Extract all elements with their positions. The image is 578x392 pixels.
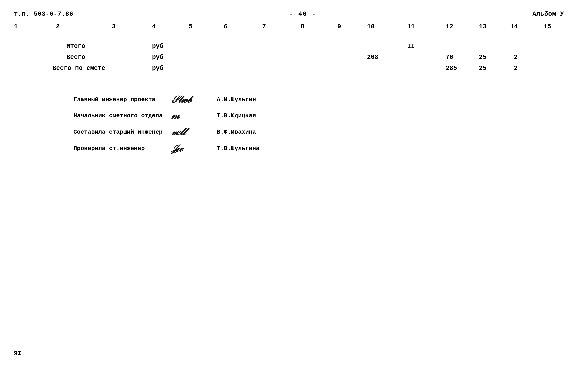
vsego-row: Всего руб 208 76 25 2 — [14, 52, 564, 62]
vsego-col12: 76 — [446, 54, 453, 61]
col-num-11: 11 — [407, 23, 415, 30]
composed-label: Составила старший инженер — [73, 129, 171, 135]
chief-engineer-row: Главный инженер проекта 𝒮𝓁𝓌𝒷 А.И.Шульгин — [73, 94, 564, 105]
checked-signature: 𝒥𝓌 — [171, 143, 215, 154]
vsego-col14: 2 — [514, 54, 518, 61]
vsego-unit: руб — [152, 54, 163, 61]
vsego-smeta-col13: 25 — [479, 65, 486, 72]
itogo-unit: руб — [152, 43, 163, 50]
signatures-section: Главный инженер проекта 𝒮𝓁𝓌𝒷 А.И.Шульгин… — [73, 94, 564, 154]
col-num-8: 8 — [301, 23, 304, 30]
checked-row: Проверила ст.инженер 𝒥𝓌 Т.В.Шульгина — [73, 143, 564, 154]
vsego-smeta-col14: 2 — [514, 65, 518, 72]
vsego-smeta-row: Всего по смете руб 285 25 2 — [14, 63, 564, 73]
checked-name: Т.В.Шульгина — [217, 145, 260, 152]
checked-label: Проверила ст.инженер — [73, 145, 171, 152]
data-table: Итого руб II Всего руб 208 76 25 2 Всего… — [14, 42, 564, 73]
col-num-5: 5 — [189, 23, 193, 30]
itogo-label: Итого — [66, 43, 85, 50]
col-num-1: 1 — [14, 23, 18, 30]
header-center: - 46 - — [289, 10, 316, 18]
header-row: т.п. 503-6-7.86 - 46 - Альбом У — [14, 10, 564, 18]
dept-head-signature: 𝓂 — [171, 110, 215, 121]
col-num-6: 6 — [224, 23, 228, 30]
dashed-line-top — [14, 21, 564, 21]
vsego-smeta-unit: руб — [152, 65, 163, 72]
composed-name: В.Ф.Ивахина — [217, 129, 256, 135]
col-num-4: 4 — [152, 23, 156, 30]
header-right: Альбом У — [532, 10, 564, 18]
header-left: т.п. 503-6-7.86 — [14, 10, 73, 18]
col-num-7: 7 — [262, 23, 266, 30]
col-num-12: 12 — [446, 23, 453, 30]
chief-engineer-signature: 𝒮𝓁𝓌𝒷 — [171, 94, 215, 105]
col-num-3: 3 — [112, 23, 116, 30]
dept-head-row: Начальник сметного отдела 𝓂 Т.В.Юдицкая — [73, 110, 564, 121]
chief-engineer-name: А.И.Шульгин — [217, 96, 256, 103]
composed-row: Составила старший инженер 𝓋𝑒𝓁𝓁 В.Ф.Ивахи… — [73, 127, 564, 138]
vsego-col10: 208 — [367, 54, 378, 61]
vsego-label: Всего — [66, 54, 85, 61]
column-numbers-row: 1 2 3 4 5 6 7 8 9 10 11 12 13 14 15 — [14, 23, 564, 34]
vsego-smeta-label: Всего по смете — [52, 65, 105, 72]
dept-head-label: Начальник сметного отдела — [73, 112, 171, 119]
dashed-line-bottom — [14, 36, 564, 36]
vsego-col13: 25 — [479, 54, 486, 61]
col-num-10: 10 — [367, 23, 375, 30]
chief-engineer-label: Главный инженер проекта — [73, 96, 171, 103]
col-num-2: 2 — [56, 23, 60, 30]
page: т.п. 503-6-7.86 - 46 - Альбом У 1 2 3 4 … — [0, 0, 578, 392]
itogo-row: Итого руб II — [14, 42, 564, 51]
composed-signature: 𝓋𝑒𝓁𝓁 — [171, 127, 215, 138]
col-num-15: 15 — [544, 23, 551, 30]
col-num-14: 14 — [510, 23, 518, 30]
itogo-col11: II — [407, 43, 415, 50]
bottom-mark: ЯI — [14, 350, 21, 357]
col-num-13: 13 — [479, 23, 486, 30]
dept-head-name: Т.В.Юдицкая — [217, 112, 256, 119]
col-num-9: 9 — [337, 23, 341, 30]
vsego-smeta-col12: 285 — [446, 65, 457, 72]
